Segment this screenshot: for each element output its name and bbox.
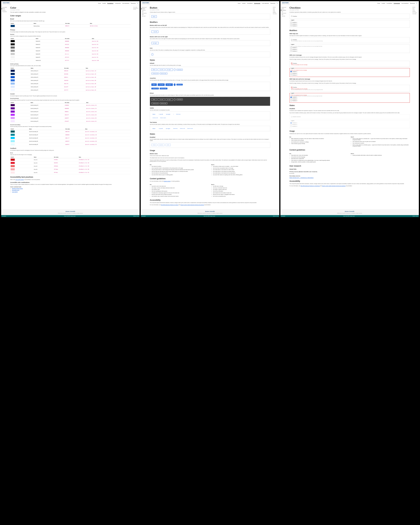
swatch [11, 137, 15, 139]
sidebar-item-tabs[interactable]: Tabs [281, 14, 287, 15]
page-title: Color [10, 7, 131, 9]
sidebar-item-link[interactable]: Link [281, 11, 287, 12]
icon-button[interactable]: + [151, 53, 153, 56]
plus-icon: + [174, 84, 175, 85]
table-row: Neutral 60#999999$neutral-60 [10, 49, 131, 53]
swatch [11, 70, 15, 72]
sidebar-item-link[interactable]: Link [141, 11, 147, 12]
plus-icon: + [159, 114, 159, 115]
nav-home[interactable]: Home [98, 3, 101, 4]
icon-left-button[interactable]: +Icon left [151, 30, 158, 33]
table-row: Accent primary 95#f5e6ff$accent-primary-… [10, 120, 131, 123]
plus-icon: + [159, 99, 159, 100]
logo[interactable]: ANATOMY [3, 2, 10, 3]
chevron-right-icon: › [171, 69, 171, 70]
swatch [11, 43, 15, 45]
search-icon[interactable]: 🔍 [137, 3, 138, 4]
table-row: Action primary 60#2d6fd9$action-primary-… [10, 79, 131, 82]
nav-content[interactable]: Content [242, 3, 246, 4]
nav-foundations[interactable]: Foundations [387, 3, 392, 4]
table-row: Action primary 90#dce9ff$action-primary-… [10, 85, 131, 89]
nav-home[interactable]: Home [377, 3, 380, 4]
sidebar-item-typography[interactable]: Typography [2, 11, 8, 12]
brand-table: SwatchNameHex valueSassBrand primary#003… [10, 22, 131, 28]
icon-right-button[interactable]: Icon right› [151, 42, 159, 44]
swatch [11, 159, 15, 161]
nav-resources[interactable]: Resources [131, 3, 136, 4]
sidebar-item-spacing[interactable]: Spacing [2, 9, 8, 11]
swatch [11, 86, 15, 88]
table-row: Action primary 40#0b54cc$action-primary-… [10, 76, 131, 79]
search-icon[interactable]: 🔍 [277, 3, 278, 4]
swatch [11, 134, 15, 136]
sidebar-item-color[interactable]: Color [2, 8, 8, 9]
sidebar-item-radio-group[interactable]: Radio group [281, 12, 287, 14]
sidebar-item-breadcrumb[interactable]: Breadcrumb [141, 7, 147, 8]
sidebar-item-checkbox[interactable]: Checkbox [281, 9, 287, 11]
plus-icon: + [159, 84, 159, 85]
swatch [11, 89, 15, 91]
chevron-right-icon: › [171, 99, 171, 100]
search-icon[interactable]: 🔍 [416, 3, 417, 4]
sidebar-item-button[interactable]: Button [141, 8, 147, 9]
swatch [11, 107, 15, 109]
nav-code-standards[interactable]: Code standards [401, 3, 409, 4]
table-row: Error 40#e62031$feedback-error-40 [10, 161, 131, 165]
sidebar-item-accessibility[interactable]: Accessibility [2, 7, 8, 8]
table-row: Accent primary 30#660099$accent-primary-… [10, 107, 131, 110]
chevron-right-icon: › [170, 114, 171, 115]
table-row: Accent secondary 95#e6fbff$accent-second… [10, 143, 131, 146]
swatch [11, 73, 15, 75]
swatch [11, 104, 15, 106]
nav-components[interactable]: Components [394, 3, 400, 4]
table-row: Error 80#f7a6aa$feedback-error-80 [10, 168, 131, 171]
nav-home[interactable]: Home [238, 3, 241, 4]
nav-resources[interactable]: Resources [270, 3, 275, 4]
sidebar: AccessibilityColorSpacingTypography [1, 5, 8, 209]
sidebar-item-text-input[interactable]: Text input [281, 15, 287, 17]
swatch [11, 47, 15, 48]
swatch [11, 79, 15, 81]
table-row: Accent primary 40#8800cc$accent-primary-… [10, 110, 131, 113]
nav-code-standards[interactable]: Code standards [122, 3, 129, 4]
sidebar-item-breadcrumb[interactable]: Breadcrumb [281, 7, 287, 8]
nav-content[interactable]: Content [102, 3, 106, 4]
swatch [11, 171, 15, 174]
swatch [11, 131, 15, 132]
sidebar-item-checkbox[interactable]: Checkbox [141, 9, 147, 11]
swatch [11, 117, 15, 119]
nav-components[interactable]: Components [254, 3, 260, 4]
table-row: Action primary 95#f2f7ff$action-primary-… [10, 89, 131, 92]
table-row: Action primary 20#012965$action-primary-… [10, 73, 131, 76]
table-row: Brand primary#003a71$brand-primary [10, 24, 131, 28]
nav-code-standards[interactable]: Code standards [262, 3, 269, 4]
color-usage-link[interactable]: Color usage section [15, 179, 24, 180]
nav-foundations[interactable]: Foundations [107, 3, 113, 4]
button-demo[interactable]: Button [151, 15, 157, 18]
nav-resources[interactable]: Resources [410, 3, 415, 4]
chevron-right-icon: › [171, 84, 171, 85]
table-row: Accent primary 60#bb33ff$accent-primary-… [10, 113, 131, 117]
swatch [11, 168, 15, 170]
nav: HomeContentFoundationsComponentsCode sta… [98, 3, 136, 4]
table-row: Accent primary 80#dd99ff$accent-primary-… [10, 117, 131, 120]
table-row: Accent secondary 80#99f0ff$accent-second… [10, 140, 131, 143]
checkbox[interactable] [291, 16, 292, 17]
swatch [11, 50, 15, 52]
swatch [11, 162, 15, 164]
table-row: Neutral 100#ffffff$neutral-100 [10, 59, 131, 62]
sidebar-item-tabs[interactable]: Tabs [141, 14, 147, 15]
nav-components[interactable]: Components [115, 3, 121, 4]
plus-icon: + [173, 114, 174, 115]
plus-icon: + [174, 69, 175, 70]
table-row: Error 95#ffe9ec$feedback-error-95 [10, 171, 131, 174]
sidebar-item-radio-group[interactable]: Radio group [141, 12, 147, 14]
sidebar-item-text-input[interactable]: Text input [141, 15, 147, 17]
plus-icon: + [159, 69, 159, 70]
sidebar-item-button[interactable]: Button [281, 8, 287, 9]
plus-icon: + [174, 99, 175, 100]
nav-content[interactable]: Content [382, 3, 385, 4]
nav-foundations[interactable]: Foundations [247, 3, 252, 4]
swatch [11, 56, 15, 58]
chevron-right-icon: › [157, 43, 157, 44]
